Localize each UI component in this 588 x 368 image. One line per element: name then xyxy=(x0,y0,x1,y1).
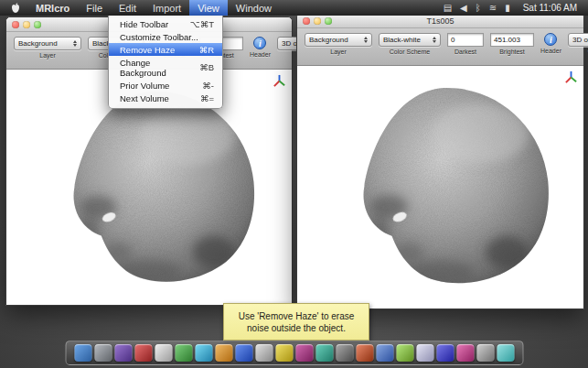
wifi-icon[interactable]: ≋ xyxy=(489,3,497,13)
header-label: Header xyxy=(540,48,561,54)
layer-label: Layer xyxy=(39,52,56,59)
menu-item-change-background[interactable]: Change Background ⌘B xyxy=(109,56,222,79)
close-button[interactable] xyxy=(303,17,310,25)
layer-select[interactable]: Background xyxy=(14,37,81,50)
dock-app-icon-6[interactable] xyxy=(175,344,192,362)
right-window-toolbar: Background Layer Black-white Color Schem… xyxy=(297,28,583,66)
dock-app-icon-13[interactable] xyxy=(315,344,333,362)
menu-item-shortcut: ⌘B xyxy=(199,62,214,72)
dock-app-icon-8[interactable] xyxy=(215,344,232,362)
menu-item-hide-toolbar[interactable]: Hide Toolbar ⌥⌘T xyxy=(109,17,222,30)
dock-app-icon-7[interactable] xyxy=(195,344,212,362)
view-menu-dropdown: Hide Toolbar ⌥⌘T Customize Toolbar... Re… xyxy=(108,16,223,109)
menu-bar-spacer xyxy=(280,0,444,16)
menu-view[interactable]: View xyxy=(189,0,228,16)
popup-arrows-icon xyxy=(364,37,368,43)
menu-item-prior-volume[interactable]: Prior Volume ⌘- xyxy=(109,79,222,92)
view-mode-value: 3D only xyxy=(572,36,588,44)
dock-app-icon-1[interactable] xyxy=(74,344,91,362)
apple-menu-icon[interactable] xyxy=(4,0,27,16)
layer-select[interactable]: Background xyxy=(305,33,372,47)
dock-app-icon-19[interactable] xyxy=(436,344,454,362)
dock-app-icon-14[interactable] xyxy=(336,344,353,362)
darkest-value: 0 xyxy=(451,36,454,44)
menu-item-shortcut: ⌥⌘T xyxy=(190,19,214,29)
brightest-label: Brightest xyxy=(499,49,525,55)
menu-item-label: Remove Haze xyxy=(120,45,175,55)
menu-item-remove-haze[interactable]: Remove Haze ⌘R xyxy=(109,43,222,56)
battery-icon[interactable]: ▮ xyxy=(505,3,510,13)
dock-app-icon-15[interactable] xyxy=(356,344,373,362)
color-scheme-select[interactable]: Black-white xyxy=(379,33,441,47)
popup-arrows-icon xyxy=(433,37,436,43)
menu-bar-clock[interactable]: Sat 11:06 AM xyxy=(516,0,584,16)
minimize-button[interactable] xyxy=(23,21,30,28)
bluetooth-icon[interactable]: ᛒ xyxy=(476,3,481,13)
minimize-button[interactable] xyxy=(314,17,321,25)
dock-app-icon-12[interactable] xyxy=(295,344,313,362)
brightest-field[interactable]: 451.003 xyxy=(490,33,534,47)
skull-render-image xyxy=(315,74,567,303)
menu-item-label: Hide Toolbar xyxy=(120,19,168,29)
desktop: MRIcro File Edit Import View Window ▤◀ᛒ≋… xyxy=(0,0,588,368)
dock-app-icon-18[interactable] xyxy=(416,344,433,362)
dock-app-icon-2[interactable] xyxy=(94,344,112,362)
menu-item-label: Customize Toolbar... xyxy=(120,32,198,42)
header-info-button[interactable]: i xyxy=(544,33,557,46)
view-mode-select[interactable]: 3D only xyxy=(568,33,588,47)
right-window-title-bar[interactable]: T1s005 xyxy=(297,14,583,28)
menu-file[interactable]: File xyxy=(78,0,111,16)
menu-item-label: Change Background xyxy=(120,58,188,78)
dock-app-icon-11[interactable] xyxy=(275,344,293,362)
menu-item-next-volume[interactable]: Next Volume ⌘= xyxy=(109,92,222,104)
popup-arrows-icon xyxy=(73,40,77,47)
volume-icon[interactable]: ◀ xyxy=(460,3,467,13)
helper-note-line2: noise outside the object. xyxy=(224,322,369,334)
zoom-button[interactable] xyxy=(325,17,332,25)
dock-app-icon-10[interactable] xyxy=(255,344,273,362)
right-window-title: T1s005 xyxy=(297,16,583,26)
left-window-controls xyxy=(12,21,41,28)
brightest-value: 451.003 xyxy=(494,36,520,44)
right-render-view[interactable] xyxy=(297,67,583,308)
dock-app-icon-21[interactable] xyxy=(476,344,494,362)
menu-window[interactable]: Window xyxy=(228,0,280,16)
dock-app-icon-17[interactable] xyxy=(396,344,413,362)
dock-app-icon-5[interactable] xyxy=(155,344,172,362)
menu-edit[interactable]: Edit xyxy=(111,0,144,16)
menu-import[interactable]: Import xyxy=(144,0,189,16)
darkest-label: Darkest xyxy=(454,49,476,55)
orientation-axes-icon[interactable] xyxy=(273,74,286,88)
header-info-button[interactable]: i xyxy=(253,37,266,49)
menu-item-label: Prior Volume xyxy=(120,81,169,91)
dock-app-icon-16[interactable] xyxy=(376,344,393,362)
menu-bar-status-icons: ▤◀ᛒ≋▮ xyxy=(444,0,510,16)
menu-bar: MRIcro File Edit Import View Window ▤◀ᛒ≋… xyxy=(0,0,588,16)
orientation-axes-icon[interactable] xyxy=(564,70,578,84)
color-scheme-value: Black-white xyxy=(383,36,421,44)
layer-select-value: Background xyxy=(18,39,58,48)
helper-note: Use 'Remove Haze' to erase noise outside… xyxy=(223,303,369,341)
dock-app-icon-9[interactable] xyxy=(235,344,252,362)
zoom-button[interactable] xyxy=(34,21,41,28)
dock-app-icon-3[interactable] xyxy=(114,344,132,362)
helper-note-line1: Use 'Remove Haze' to erase xyxy=(224,310,369,322)
menu-item-label: Next Volume xyxy=(120,93,169,103)
menu-item-customize-toolbar[interactable]: Customize Toolbar... xyxy=(109,30,222,43)
mricro-window-right: T1s005 Background Layer Black-white Colo… xyxy=(296,13,584,309)
dock-app-icon-20[interactable] xyxy=(456,344,474,362)
color-scheme-label: Color Scheme xyxy=(390,49,430,55)
layer-select-value: Background xyxy=(309,36,348,44)
dock xyxy=(65,341,523,365)
dock-app-icon-22[interactable] xyxy=(497,344,514,362)
menu-item-shortcut: ⌘= xyxy=(200,93,214,103)
dock-app-icon-4[interactable] xyxy=(134,344,152,362)
header-label: Header xyxy=(250,51,271,58)
darkest-field[interactable]: 0 xyxy=(447,33,484,47)
skull-render-image xyxy=(25,78,273,301)
menu-item-shortcut: ⌘- xyxy=(202,81,214,91)
menu-mricro[interactable]: MRIcro xyxy=(27,0,78,16)
layer-label: Layer xyxy=(330,49,347,55)
close-button[interactable] xyxy=(12,21,19,28)
display-icon[interactable]: ▤ xyxy=(444,3,452,13)
